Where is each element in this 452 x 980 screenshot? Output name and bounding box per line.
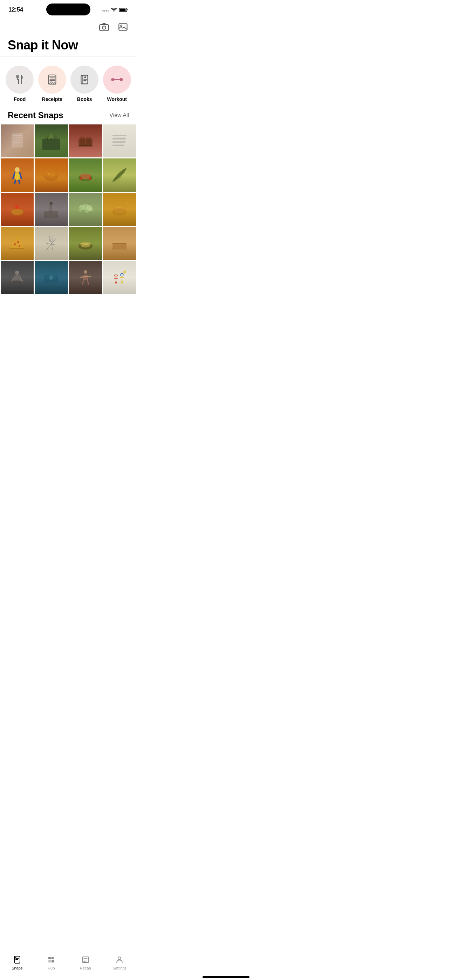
view-all-button[interactable]: View All xyxy=(109,112,129,118)
svg-point-53 xyxy=(89,177,91,180)
photo-cell-drawing[interactable] xyxy=(35,227,68,260)
svg-point-0 xyxy=(102,10,104,11)
photo-cell-curry-bowl[interactable] xyxy=(35,158,68,191)
svg-rect-77 xyxy=(121,244,123,247)
photo-cell-street[interactable] xyxy=(35,193,68,226)
header-icons xyxy=(0,18,137,35)
photo-cell-furniture[interactable] xyxy=(69,124,102,158)
photo-cell-yoga-pose[interactable] xyxy=(69,261,102,294)
svg-point-72 xyxy=(49,238,53,242)
food-label: Food xyxy=(14,96,25,102)
recent-snaps-header: Recent Snaps View All xyxy=(0,108,137,124)
photo-cell-fried-rice[interactable] xyxy=(1,193,33,226)
svg-line-54 xyxy=(113,168,126,182)
svg-line-87 xyxy=(83,280,83,284)
svg-line-45 xyxy=(19,180,20,184)
svg-line-93 xyxy=(116,281,117,284)
workout-label: Workout xyxy=(107,96,127,102)
svg-point-89 xyxy=(115,274,118,277)
svg-point-64 xyxy=(89,207,93,212)
photo-cell-meditation[interactable] xyxy=(1,261,33,294)
svg-line-82 xyxy=(21,278,22,281)
page-title: Snap it Now xyxy=(0,35,137,56)
food-circle xyxy=(6,65,33,94)
svg-point-10 xyxy=(121,25,122,26)
svg-point-80 xyxy=(15,270,19,275)
svg-line-97 xyxy=(121,280,122,284)
svg-line-92 xyxy=(115,281,116,284)
receipts-label: Receipts xyxy=(42,96,62,102)
photo-cell-forest[interactable] xyxy=(35,124,68,158)
camera-icon xyxy=(99,22,109,32)
photo-cell-person-yellow[interactable] xyxy=(1,158,33,191)
svg-rect-6 xyxy=(120,9,126,11)
svg-rect-31 xyxy=(78,145,92,146)
svg-point-83 xyxy=(12,280,22,283)
svg-line-44 xyxy=(15,180,16,184)
photo-cell-receipt[interactable] xyxy=(1,124,33,158)
camera-button[interactable] xyxy=(97,20,111,33)
svg-line-88 xyxy=(88,280,88,284)
gallery-button[interactable] xyxy=(116,20,130,33)
svg-rect-25 xyxy=(42,139,60,150)
divider xyxy=(0,56,137,56)
svg-point-8 xyxy=(102,26,105,29)
signal-icon xyxy=(102,7,108,12)
svg-point-13 xyxy=(84,76,86,78)
category-workout[interactable]: Workout xyxy=(101,65,134,102)
svg-point-69 xyxy=(19,245,21,247)
svg-rect-75 xyxy=(113,244,116,247)
books-circle xyxy=(70,65,99,94)
fork-knife-icon xyxy=(13,73,26,86)
book-icon xyxy=(78,73,91,86)
photo-cell-child-art[interactable] xyxy=(103,261,136,294)
svg-point-58 xyxy=(50,202,53,205)
svg-point-67 xyxy=(14,243,16,245)
status-bar: 12:54 xyxy=(0,0,137,18)
svg-point-4 xyxy=(113,11,115,12)
svg-point-3 xyxy=(108,10,108,11)
svg-point-1 xyxy=(104,10,105,11)
svg-rect-27 xyxy=(51,138,51,140)
category-food[interactable]: Food xyxy=(3,65,36,102)
svg-rect-7 xyxy=(100,24,108,31)
photo-grid xyxy=(0,124,137,294)
svg-rect-16 xyxy=(111,78,113,81)
svg-rect-19 xyxy=(11,133,23,148)
photo-cell-market[interactable] xyxy=(103,227,136,260)
status-time: 12:54 xyxy=(8,6,23,13)
svg-point-99 xyxy=(123,270,126,274)
svg-point-52 xyxy=(80,177,82,180)
gallery-icon xyxy=(118,22,128,32)
category-books[interactable]: Books xyxy=(68,65,101,102)
categories-row: Food Receipts xyxy=(0,62,137,108)
svg-point-50 xyxy=(46,172,56,177)
svg-rect-41 xyxy=(15,172,20,180)
photo-cell-snack[interactable] xyxy=(103,193,136,226)
category-receipts[interactable]: Receipts xyxy=(36,65,69,102)
photo-cell-herbs[interactable] xyxy=(69,193,102,226)
photo-cell-leaf[interactable] xyxy=(103,158,136,191)
svg-rect-26 xyxy=(47,138,48,140)
photo-cell-yoga-mat[interactable] xyxy=(35,261,68,294)
dynamic-island xyxy=(46,3,91,16)
receipt-icon xyxy=(46,73,59,86)
svg-line-98 xyxy=(122,280,123,284)
photo-cell-book-text[interactable] xyxy=(103,124,136,158)
svg-rect-76 xyxy=(117,244,119,247)
svg-line-42 xyxy=(13,172,15,178)
photo-cell-noodles[interactable] xyxy=(69,227,102,260)
svg-point-68 xyxy=(17,241,19,243)
svg-rect-12 xyxy=(81,75,88,84)
wifi-icon xyxy=(111,7,117,12)
svg-point-62 xyxy=(78,208,82,212)
svg-point-40 xyxy=(15,167,20,172)
battery-icon xyxy=(119,7,128,12)
svg-point-86 xyxy=(84,270,87,274)
photo-cell-pizza[interactable] xyxy=(1,227,33,260)
svg-line-81 xyxy=(12,278,14,281)
photo-cell-salmon-salad[interactable] xyxy=(69,158,102,191)
svg-line-43 xyxy=(20,172,21,178)
svg-point-2 xyxy=(106,10,107,11)
dumbbell-icon xyxy=(110,73,124,86)
